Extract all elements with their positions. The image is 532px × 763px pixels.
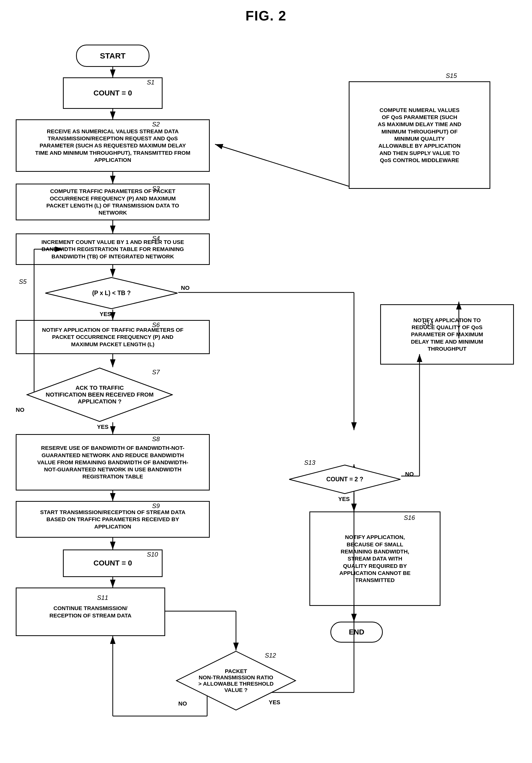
page-title: FIG. 2 bbox=[0, 0, 532, 24]
s11-box: CONTINUE TRANSMISSION/ RECEPTION OF STRE… bbox=[16, 588, 165, 636]
s14-box: NOTIFY APPLICATION TO REDUCE QUALITY OF … bbox=[380, 304, 514, 365]
s12-yes-label: YES bbox=[269, 699, 280, 706]
s1-box: COUNT = 0 bbox=[63, 77, 162, 109]
end-node: END bbox=[330, 622, 383, 643]
s10-box: COUNT = 0 bbox=[63, 550, 162, 577]
s2-box: RECEIVE AS NUMERICAL VALUES STREAM DATA … bbox=[16, 119, 210, 172]
s16-box: NOTIFY APPLICATION, BECAUSE OF SMALL REM… bbox=[309, 511, 441, 606]
start-node: START bbox=[76, 45, 150, 67]
s3-box: COMPUTE TRAFFIC PARAMETERS OF PACKET OCC… bbox=[16, 183, 210, 220]
s4-box: INCREMENT COUNT VALUE BY 1 AND REFER TO … bbox=[16, 233, 210, 265]
s5-diamond: (P x L) < TB ? bbox=[45, 277, 178, 309]
s15-box: COMPUTE NUMERAL VALUES OF QoS PARAMETER … bbox=[349, 81, 490, 189]
s13-diamond: COUNT = 2 ? bbox=[288, 464, 401, 494]
svg-line-28 bbox=[215, 144, 349, 186]
s7-yes-label: YES bbox=[97, 424, 109, 430]
s13-no-label: NO bbox=[405, 471, 414, 478]
s15-label: S15 bbox=[446, 72, 457, 79]
s9-box: START TRANSMISSION/RECEPTION OF STREAM D… bbox=[16, 501, 210, 538]
s5-yes-label: YES bbox=[100, 311, 111, 318]
s7-no-label: NO bbox=[16, 406, 24, 413]
s8-box: RESERVE USE OF BANDWIDTH OF BANDWIDTH-NO… bbox=[16, 434, 210, 490]
s5-no-label: NO bbox=[181, 284, 189, 291]
s13-yes-label: YES bbox=[338, 496, 350, 502]
s5-label: S5 bbox=[19, 278, 27, 285]
s7-diamond: ACK TO TRAFFIC NOTIFICATION BEEN RECEIVE… bbox=[26, 367, 173, 422]
s6-box: NOTIFY APPLICATION OF TRAFFIC PARAMETERS… bbox=[16, 320, 210, 354]
flowchart: START S1 COUNT = 0 S2 RECEIVE AS NUMERIC… bbox=[0, 29, 532, 763]
s12-no-label: NO bbox=[178, 700, 187, 707]
